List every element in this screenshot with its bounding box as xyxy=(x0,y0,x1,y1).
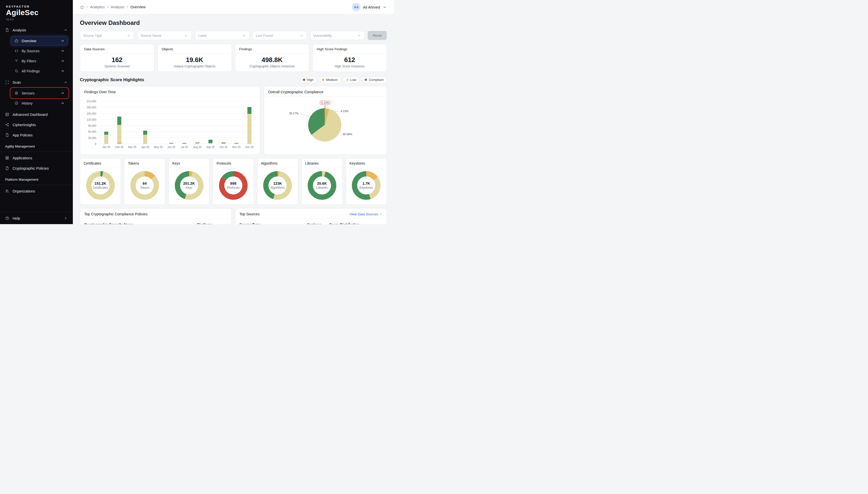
legend-chip-high[interactable]: High xyxy=(300,76,317,83)
sidebar-group-analysis[interactable]: Analysis xyxy=(0,25,73,35)
breadcrumb-analysis[interactable]: Analysis xyxy=(111,5,124,9)
stat-value: 19.6K xyxy=(162,56,228,64)
stat-cards-row: Data Sources162Systems ScannedObjects19.… xyxy=(80,44,387,72)
stat-card-data-sources: Data Sources162Systems Scanned xyxy=(80,44,154,72)
stat-title: Data Sources xyxy=(80,47,154,54)
sidebar-item-by-sources[interactable]: By Sources xyxy=(11,46,68,56)
stat-card-objects: Objects19.6KUnique Cryptographic Objects xyxy=(157,44,232,72)
compliant-dot xyxy=(365,79,367,81)
sources-table-header: Top Sources View Data Sources xyxy=(235,212,387,219)
chevron-down-icon xyxy=(126,33,131,38)
filter-placeholder: Source Type xyxy=(83,34,126,37)
score-legend: HighMediumLowCompliant xyxy=(300,76,387,83)
arrow-right-icon xyxy=(60,101,64,105)
stat-title: Objects xyxy=(158,47,232,54)
breadcrumb-analytics[interactable]: Analytics xyxy=(90,5,105,9)
breadcrumb: /Analytics/Analysis/Overview xyxy=(80,5,146,9)
findings-over-time-card: Findings Over Time 030,00060,00090,00012… xyxy=(80,86,260,154)
brand-kicker: KEYFACTOR xyxy=(6,5,67,8)
view-data-sources-label: View Data Sources xyxy=(349,212,378,216)
bar-segment-low xyxy=(143,135,147,144)
content: Overview Dashboard Source TypeSource Nam… xyxy=(73,14,394,224)
home-icon[interactable] xyxy=(80,5,84,9)
chevron-down-icon xyxy=(357,33,361,38)
sidebar-item-app-policies[interactable]: App Policies xyxy=(0,130,73,140)
history-icon xyxy=(14,101,19,105)
chevron-down-icon xyxy=(299,33,304,38)
bar-segment-low xyxy=(234,144,238,144)
legend-chip-medium[interactable]: Medium xyxy=(319,76,341,83)
sidebar-item-sensors[interactable]: Sensors xyxy=(11,89,68,98)
breadcrumb-overview: Overview xyxy=(130,5,145,9)
donut-caption: Tokens xyxy=(140,186,150,189)
filter-label[interactable]: Label xyxy=(195,31,249,40)
filter-last-found[interactable]: Last Found xyxy=(253,31,307,40)
chevron-up-icon xyxy=(63,80,68,84)
donut-card-libraries: Libraries20.6KLibraries xyxy=(301,158,342,205)
page-title: Overview Dashboard xyxy=(80,19,387,26)
stat-title: Findings xyxy=(235,47,309,54)
sidebar-item-by-filters[interactable]: By Filters xyxy=(11,56,68,65)
chevron-right-icon xyxy=(63,216,68,220)
filter-vulnerability[interactable]: Vulnerability xyxy=(310,31,364,40)
sidebar-item-help[interactable]: Help xyxy=(0,212,73,224)
pie-conn-compliant xyxy=(300,114,310,117)
donut-card-title: Certificates xyxy=(80,161,121,168)
filter-icon xyxy=(14,59,19,63)
donut-value: 151.2K xyxy=(95,182,106,186)
donut-card-title: Protocols xyxy=(213,161,253,168)
filter-placeholder: Label xyxy=(198,34,242,37)
certificates-donut-chart: 151.2KCertificates xyxy=(86,171,115,200)
low-dot xyxy=(346,79,349,81)
bar-segment-compliant xyxy=(209,140,213,143)
filter-placeholder: Source Name xyxy=(141,34,184,37)
filter-placeholder: Last Found xyxy=(256,34,299,37)
bar-oct-25 xyxy=(221,142,225,144)
pie-label-high: 0.12% xyxy=(320,101,330,105)
sensor-icon xyxy=(14,91,19,95)
bar-segment-low xyxy=(209,143,213,144)
sidebar-item-cryptographic-policies[interactable]: Cryptographic Policies xyxy=(0,163,73,173)
donut-caption: Keystores xyxy=(360,186,373,189)
reset-button[interactable]: Reset xyxy=(368,31,387,40)
sidebar-item-applications[interactable]: Applications xyxy=(0,153,73,163)
brand: KEYFACTOR AgileSec v3.4.0 xyxy=(0,0,73,21)
chevron-up-icon xyxy=(63,28,68,32)
tokens-donut-chart: 64Tokens xyxy=(130,171,159,200)
bar-aug-25 xyxy=(195,142,199,144)
briefcase-icon xyxy=(14,39,19,43)
filter-source-name[interactable]: Source Name xyxy=(137,31,192,40)
sidebar-item-cipherinsights[interactable]: CipherInsights xyxy=(0,120,73,130)
pie-label-low: 60.58% xyxy=(343,133,352,136)
sidebar-item-all-findings[interactable]: All Findings xyxy=(11,66,68,76)
sidebar-item-history[interactable]: History xyxy=(11,98,68,108)
users-icon xyxy=(5,189,9,193)
sidebar-item-overview[interactable]: Overview xyxy=(11,36,68,45)
arrow-right-icon xyxy=(60,59,64,63)
legend-chip-low[interactable]: Low xyxy=(343,76,360,83)
dashboard-icon xyxy=(5,112,9,117)
scan-icon xyxy=(5,80,9,84)
stat-value: 162 xyxy=(84,56,150,64)
chevron-down-icon xyxy=(382,5,387,9)
sidebar-item-advanced-dashboard[interactable]: Advanced Dashboard xyxy=(0,109,73,120)
view-data-sources-link[interactable]: View Data Sources xyxy=(349,212,382,216)
pie-label-medium: 4.13% xyxy=(340,110,348,113)
policies-table-columns: Cryptographic Severity NameFindings xyxy=(84,223,227,224)
donut-caption: Certificates xyxy=(93,186,108,189)
bar-jun-25 xyxy=(169,143,173,144)
pie-conn-high xyxy=(325,105,325,109)
user-menu[interactable]: AA Ali Ahmed xyxy=(352,3,387,11)
filter-bar: Source TypeSource NameLabelLast FoundVul… xyxy=(80,31,387,40)
arrow-right-icon xyxy=(60,91,64,95)
high-dot xyxy=(303,79,305,81)
filter-source-type[interactable]: Source Type xyxy=(80,31,134,40)
donut-card-title: Algorithms xyxy=(257,161,298,168)
donut-caption: Algorithms xyxy=(271,186,285,189)
sidebar-group-scan[interactable]: Scan xyxy=(0,77,73,88)
code-icon xyxy=(14,49,19,53)
sidebar-item-organizations[interactable]: Organizations xyxy=(0,186,73,196)
bar-segment-compliant xyxy=(117,117,121,125)
legend-chip-compliant[interactable]: Compliant xyxy=(361,76,387,83)
filter-placeholder: Vulnerability xyxy=(313,34,357,37)
